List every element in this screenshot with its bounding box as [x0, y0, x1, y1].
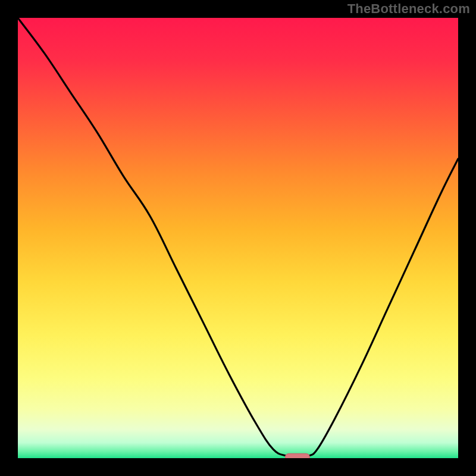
- watermark-text: TheBottleneck.com: [347, 1, 470, 17]
- optimal-marker: [286, 454, 310, 461]
- chart-frame: { "watermark": "TheBottleneck.com", "col…: [0, 0, 476, 476]
- bottleneck-chart: [0, 0, 476, 476]
